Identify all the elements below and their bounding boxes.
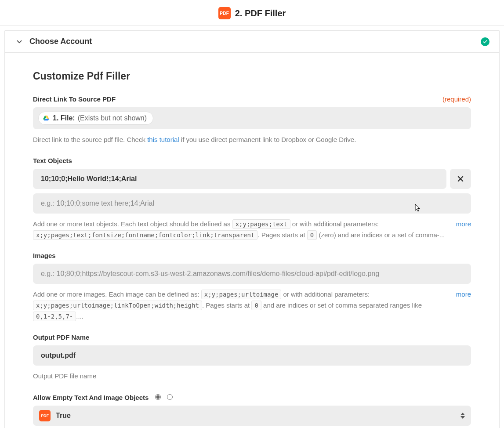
img-code-a: x;y;pages;urltoimage [201, 290, 282, 299]
help-a: Direct link to the source pdf file. Chec… [33, 136, 147, 143]
img-code-b: x;y;pages;urltoimage;linkToOpen;width;he… [33, 301, 202, 310]
file-pill[interactable]: 1. File: (Exists but not shown) [38, 112, 153, 125]
tutorial-link[interactable]: this tutorial [147, 136, 179, 143]
img-code-range: 0,1-2,5,7- [33, 312, 76, 321]
more-link-images[interactable]: more [456, 289, 471, 300]
img-help-b: or with additional parameters: [281, 290, 370, 298]
pill-prefix: 1. File: [53, 114, 75, 122]
code-b: x;y;pages;text;fontsize;fontname;fontcol… [33, 230, 257, 240]
img-help-c: . Pages starts at [202, 301, 252, 309]
customize-section: Customize Pdf Filler Direct Link To Sour… [5, 53, 499, 428]
field-allow-empty: Allow Empty Text And Image Objects PDF T… [33, 393, 471, 428]
choose-account-row[interactable]: Choose Account [5, 31, 499, 53]
img-help-a: Add one or more images. Each image can b… [33, 290, 201, 298]
help-output-name: Output PDF file name [33, 371, 471, 382]
help-source-pdf: Direct link to the source pdf file. Chec… [33, 134, 471, 145]
label-text-objects: Text Objects [33, 157, 72, 164]
images-input[interactable] [33, 264, 471, 284]
icon-text: PDF [41, 413, 49, 418]
field-text-objects: Text Objects more Add one or more text o… [33, 157, 471, 241]
img-help-e: .... [76, 312, 83, 320]
success-check-icon [481, 37, 489, 46]
icon-text: PDF [220, 11, 229, 16]
allow-empty-radio-1[interactable] [155, 394, 161, 400]
google-drive-icon [42, 114, 50, 122]
remove-text-object-button[interactable] [450, 169, 471, 189]
to-help-a: Add one or more text objects. Each text … [33, 220, 232, 228]
help-b: if you use direct permanent link to Drop… [179, 136, 356, 143]
label-source-pdf: Direct Link To Source PDF [33, 95, 116, 103]
help-images: more Add one or more images. Each image … [33, 289, 471, 322]
label-allow-empty: Allow Empty Text And Image Objects [33, 394, 149, 401]
field-source-pdf: Direct Link To Source PDF (required) 1. … [33, 95, 471, 145]
field-output-name: Output PDF Name Output PDF file name [33, 334, 471, 382]
code-zero: 0 [307, 230, 317, 240]
pdffiller-icon: PDF [39, 410, 51, 421]
more-link-text-objects[interactable]: more [456, 219, 471, 230]
output-name-input[interactable] [33, 345, 471, 366]
code-a: x;y;pages;text [232, 219, 290, 229]
text-object-input-new[interactable] [33, 193, 471, 214]
to-help-b: or with additional parameters: [290, 220, 379, 228]
to-help-c: . Pages starts at [257, 231, 307, 239]
text-object-input-1[interactable] [33, 169, 446, 189]
pill-value: (Exists but not shown) [78, 114, 147, 122]
main-panel: Choose Account Customize Pdf Filler Dire… [4, 30, 500, 428]
img-help-d: and are indices or set of comma separate… [261, 301, 422, 309]
img-code-zero: 0 [251, 301, 261, 310]
allow-empty-value: True [56, 412, 71, 420]
source-pdf-input[interactable]: 1. File: (Exists but not shown) [33, 107, 471, 129]
label-output-name: Output PDF Name [33, 334, 89, 341]
pdffiller-icon: PDF [218, 7, 231, 19]
step-title: 2. PDF Filler [235, 8, 286, 18]
allow-empty-select[interactable]: PDF True [33, 406, 471, 426]
chevron-down-icon [15, 38, 23, 46]
step-header: PDF 2. PDF Filler [0, 0, 504, 26]
required-badge: (required) [442, 95, 471, 103]
section-title: Customize Pdf Filler [33, 70, 471, 82]
allow-empty-radio-group [153, 393, 174, 400]
help-text-objects: more Add one or more text objects. Each … [33, 219, 471, 241]
field-images: Images more Add one or more images. Each… [33, 252, 471, 322]
select-caret-icon [460, 413, 465, 419]
account-section-title: Choose Account [29, 37, 92, 46]
allow-empty-radio-2[interactable] [167, 394, 173, 400]
label-images: Images [33, 252, 56, 259]
to-help-d: (zero) and are indices or a set of comma… [317, 231, 445, 239]
